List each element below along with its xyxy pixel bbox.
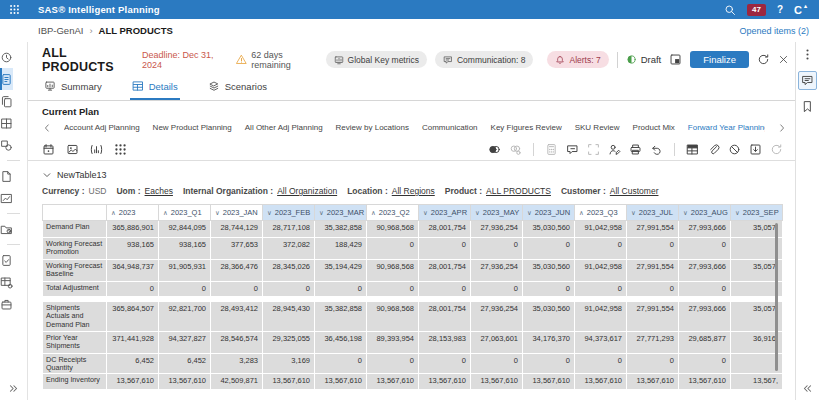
refresh-button[interactable] [770,143,783,156]
collapse-icon[interactable]: ∧ [111,209,116,216]
cell[interactable]: 28,001,754 [419,302,471,332]
cell[interactable]: 13,567,610 [263,374,315,390]
sidebar-item-objects[interactable] [0,134,13,156]
cell[interactable]: 13,567,610 [107,374,159,390]
cell[interactable]: 90,968,568 [367,221,419,238]
expand-icon[interactable]: ∨ [527,209,532,216]
cell[interactable]: 28,546,574 [211,332,263,354]
global-key-metrics-button[interactable]: Global Key metrics [326,51,427,68]
cell[interactable]: 0 [575,238,627,260]
cell[interactable]: 13,567,610 [367,374,419,390]
cell[interactable]: 28,717,108 [263,221,315,238]
cell[interactable]: 0 [471,282,523,297]
collapse-icon[interactable]: ∧ [579,209,584,216]
cell[interactable]: 0 [575,354,627,374]
cell[interactable]: 6,452 [107,354,159,374]
subtab-all-other-adj-planning[interactable]: All Other Adj Planning [245,123,323,132]
cell[interactable]: 0 [211,282,263,297]
column-header-2023-jan[interactable]: ∨2023_JAN [211,205,263,221]
sidebar-item-chart[interactable] [0,187,13,209]
expand-icon[interactable]: ∨ [735,209,740,216]
table-button[interactable] [686,143,699,156]
tab-scenarios[interactable]: Scenarios [206,80,269,100]
cell[interactable]: 91,905,931 [159,260,211,282]
cell[interactable]: 91,042,958 [575,302,627,332]
right-panel-collapse-button[interactable] [802,383,813,394]
expand-icon[interactable]: ∨ [267,209,272,216]
column-header-2023-sep[interactable]: ∨2023_SEP [731,205,783,221]
cell[interactable]: 364,948,737 [107,260,159,282]
sidebar-expand-button[interactable] [0,383,27,394]
cell[interactable]: 27,936,254 [471,221,523,238]
cell[interactable]: 13,567,610 [315,374,367,390]
finalize-button[interactable]: Finalize [690,51,749,68]
column-header-2023-apr[interactable]: ∨2023_APR [419,205,471,221]
cell[interactable]: 29,325,055 [263,332,315,354]
cell[interactable]: 27,991,554 [627,302,679,332]
cell[interactable]: 91,042,958 [575,221,627,238]
image-button[interactable] [66,143,79,156]
cell[interactable]: 34,176,370 [523,332,575,354]
cell[interactable]: 35,030,560 [523,260,575,282]
subtabs-scroll-left-button[interactable] [42,123,52,133]
pin-button[interactable] [801,100,814,113]
paperclip-button[interactable] [707,143,720,156]
cell[interactable]: 28,945,430 [263,302,315,332]
cell[interactable]: 365,864,507 [107,302,159,332]
column-header-2023-mar[interactable]: ∨2023_MAR [315,205,367,221]
dots-v-button[interactable] [801,48,814,61]
global-search-button[interactable] [724,4,736,16]
undo-button[interactable] [650,143,663,156]
cell[interactable]: 89,393,954 [367,332,419,354]
cell[interactable]: 3,169 [263,354,315,374]
close-button[interactable] [778,54,789,65]
column-header-2023-q3[interactable]: ∧2023_Q3 [575,205,627,221]
cell[interactable]: 0 [419,238,471,260]
expand-icon[interactable]: ∨ [215,209,220,216]
cell[interactable]: 28,345,026 [263,260,315,282]
filter-value[interactable]: All Customer [610,186,659,196]
cell[interactable]: 372,082 [263,238,315,260]
cell[interactable]: 3,283 [211,354,263,374]
collapse-icon[interactable]: ∧ [371,209,376,216]
sidebar-item-history[interactable] [0,46,13,68]
subtabs-scroll-right-button[interactable] [777,123,787,133]
cell[interactable]: 13,567,610 [159,374,211,390]
cell[interactable]: 6,452 [159,354,211,374]
cell[interactable]: 27,771,293 [627,332,679,354]
cell[interactable]: 92,844,095 [159,221,211,238]
filter-value[interactable]: All Regions [392,186,435,196]
cell[interactable]: 0 [367,354,419,374]
cell[interactable]: 377,653 [211,238,263,260]
cell[interactable]: 94,327,827 [159,332,211,354]
table-scrollbar[interactable] [775,223,778,371]
cell[interactable]: 28,744,129 [211,221,263,238]
cell[interactable]: 13,567,610 [627,374,679,390]
cell[interactable]: 35,382,858 [315,221,367,238]
expand-icon[interactable]: ∨ [423,209,428,216]
user-avatar[interactable]: C▴ [794,4,807,16]
layout-button[interactable] [669,53,682,66]
sidebar-item-table-gear[interactable] [0,271,13,293]
column-header-2023-feb[interactable]: ∨2023_FEB [263,205,315,221]
cell[interactable]: 188,429 [315,238,367,260]
subtab-communication[interactable]: Communication [422,123,478,132]
cell[interactable]: 35,030,560 [523,302,575,332]
cell[interactable]: 0 [419,282,471,297]
cell[interactable]: 0 [523,282,575,297]
tab-summary[interactable]: Summary [42,80,104,100]
cell[interactable]: 13,567, [731,374,783,390]
alerts-button[interactable]: Alerts: 7 [547,51,608,68]
cell[interactable]: 0 [419,354,471,374]
cell[interactable]: 27,991,554 [627,260,679,282]
cell[interactable]: 27,993,666 [679,221,731,238]
app-switcher-button[interactable] [0,4,28,15]
cell[interactable]: 0 [523,238,575,260]
sidebar-item-page[interactable] [0,165,13,187]
cell[interactable]: 13,567,610 [419,374,471,390]
cell[interactable]: 0 [679,282,731,297]
cell[interactable]: 35,030,560 [523,221,575,238]
cell[interactable]: 13,567,610 [523,374,575,390]
cell[interactable]: 27,936,254 [471,260,523,282]
expand-icon[interactable]: ∨ [683,209,688,216]
